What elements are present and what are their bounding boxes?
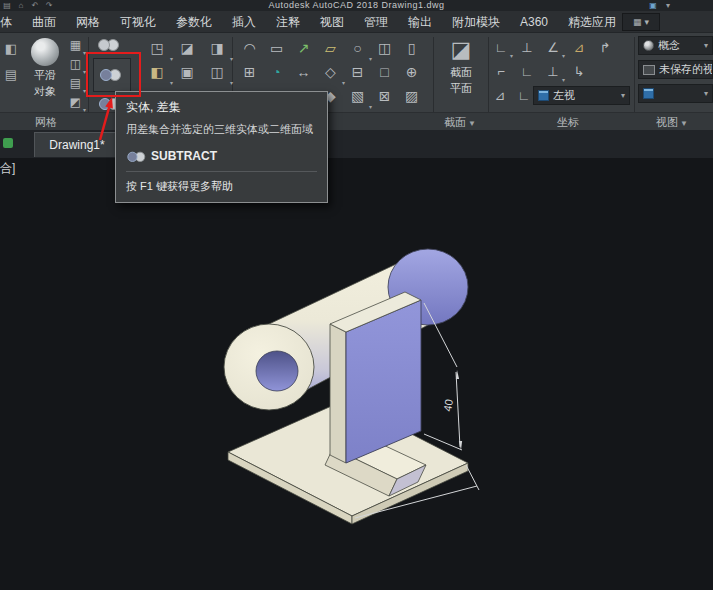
panel-separator xyxy=(634,37,635,112)
modify-icon[interactable]: ◇▾ xyxy=(317,60,344,84)
ucs-tools-row1: ∟▾⊥∠▾⊿↱ xyxy=(490,38,616,57)
view-cube-icon xyxy=(538,90,549,101)
draw-icon[interactable]: ↗ xyxy=(290,36,317,60)
mesh-tool-icon-glyph: ▤ xyxy=(70,76,81,90)
model-viewport[interactable]: 40 xyxy=(0,158,713,590)
ucs-tool-icon[interactable]: ∟▾ xyxy=(490,38,512,57)
section-plane-label1: 截面 xyxy=(450,65,472,79)
mesh-tool-icon[interactable]: ▤▾ xyxy=(66,74,85,92)
modify-icon-glyph: ▨ xyxy=(405,88,418,104)
model-space-canvas[interactable]: 合] xyxy=(0,158,713,590)
draw-icon-glyph: ◠ xyxy=(243,40,255,56)
solid-edit-icon[interactable]: ▣ xyxy=(172,60,202,84)
modify-icon[interactable]: ▧▾ xyxy=(344,84,371,108)
solid-edit-icon[interactable]: ◳▾ xyxy=(142,36,172,60)
share-icon[interactable]: ▣ xyxy=(648,1,658,11)
draw-icon[interactable]: ▱ xyxy=(317,36,344,60)
ucs-tool-icon-glyph: ↳ xyxy=(574,64,585,79)
mesh-tool-icon[interactable]: ◩▾ xyxy=(66,93,85,111)
ribbon-tab-实体[interactable]: 实体 xyxy=(0,11,22,33)
mesh-tool-icon[interactable]: ▦▾ xyxy=(66,36,85,54)
dropdown-icon-glyph: ▾ xyxy=(666,1,670,11)
ucs-tool-icon[interactable]: ∠▾ xyxy=(542,38,564,57)
ribbon-tab-精选应用[interactable]: 精选应用 xyxy=(558,11,626,33)
ribbon-tab-可视化[interactable]: 可视化 xyxy=(110,11,166,33)
view-direction-dropdown[interactable]: 左视 ▾ xyxy=(533,86,630,105)
titlebar-right-icons: ▣▾ xyxy=(648,0,673,11)
ucs-tool-icon[interactable]: ⊿ xyxy=(568,38,590,57)
view-cube-dropdown[interactable]: ▾ xyxy=(638,84,713,103)
ribbon-tab-插入[interactable]: 插入 xyxy=(222,11,266,33)
chevron-down-icon: ▾ xyxy=(704,89,708,98)
chevron-down-icon: ▾ xyxy=(644,17,649,27)
solid-edit-icon[interactable]: ◪ xyxy=(172,36,202,60)
ucs-tool-icon[interactable]: ↳ xyxy=(568,62,590,81)
ribbon-tab-附加模块[interactable]: 附加模块 xyxy=(442,11,510,33)
modify-icon-glyph: ▧ xyxy=(351,88,364,104)
union-icon xyxy=(98,38,122,52)
drawing-file-tab[interactable]: Drawing1* xyxy=(34,132,120,157)
primitive-tool-icon[interactable]: ▤ xyxy=(2,65,20,83)
ucs-tool-icon-glyph: ∟ xyxy=(495,40,508,55)
ribbon-tab-曲面[interactable]: 曲面 xyxy=(22,11,66,33)
draw-icon[interactable]: ◫ xyxy=(371,36,398,60)
ribbon-tab-网格[interactable]: 网格 xyxy=(66,11,110,33)
solid-edit-icon[interactable]: ◫▾ xyxy=(202,60,232,84)
ucs-tool-icon-glyph: ∟ xyxy=(521,64,534,79)
modify-icon-glyph: ◇ xyxy=(325,64,336,80)
ucs-tool-icon[interactable]: ⌐ xyxy=(490,62,512,81)
named-view-dropdown[interactable]: 未保存的视 xyxy=(638,60,713,79)
primitive-tool-icon[interactable]: ◧ xyxy=(2,39,20,57)
ribbon-tab-管理[interactable]: 管理 xyxy=(354,11,398,33)
named-view-value: 未保存的视 xyxy=(659,62,713,77)
modify-icon[interactable]: ⊟ xyxy=(344,60,371,84)
smooth-object-button[interactable]: 平滑 对象 xyxy=(24,36,66,110)
ribbon-tab-参数化[interactable]: 参数化 xyxy=(166,11,222,33)
modify-icon[interactable]: ↔ xyxy=(290,60,317,84)
ribbon-tab-bar: 实体曲面网格可视化参数化插入注释视图管理输出附加模块A360精选应用 xyxy=(0,11,713,33)
modify-icon[interactable]: □ xyxy=(371,60,398,84)
visual-style-dropdown[interactable]: 概念 ▾ xyxy=(638,36,713,55)
file-tab-icon[interactable] xyxy=(3,138,13,148)
draw-icon[interactable]: ◠ xyxy=(236,36,263,60)
modify-icon[interactable]: ◔ xyxy=(263,60,290,84)
ucs-tool-icon[interactable]: ↱ xyxy=(594,38,616,57)
visual-style-icon xyxy=(643,40,654,51)
panel-label-coords[interactable]: 坐标 xyxy=(538,113,598,131)
modify-icon[interactable]: ⊞ xyxy=(236,60,263,84)
dropdown-icon[interactable]: ▾ xyxy=(663,1,673,11)
ucs-tool-icon[interactable]: ∟ xyxy=(514,86,534,105)
ucs-tool-icon[interactable]: ⊥▾ xyxy=(542,62,564,81)
modify-icon[interactable]: ⊕ xyxy=(398,60,425,84)
ribbon-tab-注释[interactable]: 注释 xyxy=(266,11,310,33)
draw-icon[interactable]: ▭ xyxy=(263,36,290,60)
flyout-arrow-icon: ▾ xyxy=(510,52,513,59)
ribbon-tab-视图[interactable]: 视图 xyxy=(310,11,354,33)
draw-icon[interactable]: ○▾ xyxy=(344,36,371,60)
mesh-tool-icon[interactable]: ◫▾ xyxy=(66,55,85,73)
solid-edit-icon[interactable]: ◧▾ xyxy=(142,60,172,84)
solid-edit-icon-glyph: ◧ xyxy=(150,64,163,80)
union-button[interactable] xyxy=(92,37,128,53)
ucs-tools-row3: ⊿∟ xyxy=(490,86,534,105)
viewport-controls-fragment[interactable]: 合] xyxy=(0,160,15,177)
section-plane-button[interactable]: ◪ 截面 平面 xyxy=(438,36,484,110)
ribbon-options-button[interactable]: ▦▾ xyxy=(622,13,660,31)
panel-label-section[interactable]: 截面▼ xyxy=(432,113,488,131)
draw-icon[interactable]: ▯ xyxy=(398,36,425,60)
ribbon-tab-A360[interactable]: A360 xyxy=(510,11,558,33)
ucs-tool-icon-glyph: ⊥ xyxy=(547,64,558,79)
window-title: Autodesk AutoCAD 2018 Drawing1.dwg xyxy=(0,0,713,11)
modify-icon[interactable]: ▨ xyxy=(398,84,425,108)
panel-label-mesh[interactable]: 网格 xyxy=(16,113,76,131)
ucs-tool-icon[interactable]: ⊥ xyxy=(516,38,538,57)
primitive-tool-icon-glyph: ◧ xyxy=(5,41,17,56)
ucs-tool-icon-glyph: ⊿ xyxy=(574,40,585,55)
ribbon-tab-输出[interactable]: 输出 xyxy=(398,11,442,33)
solid-edit-icon[interactable]: ◨▾ xyxy=(202,36,232,60)
ucs-tool-icon[interactable]: ∟ xyxy=(516,62,538,81)
draw-icon-glyph: ▯ xyxy=(408,40,416,56)
modify-icon[interactable]: ⊠ xyxy=(371,84,398,108)
ucs-tool-icon[interactable]: ⊿ xyxy=(490,86,510,105)
panel-label-view[interactable]: 视图▼ xyxy=(642,113,702,131)
